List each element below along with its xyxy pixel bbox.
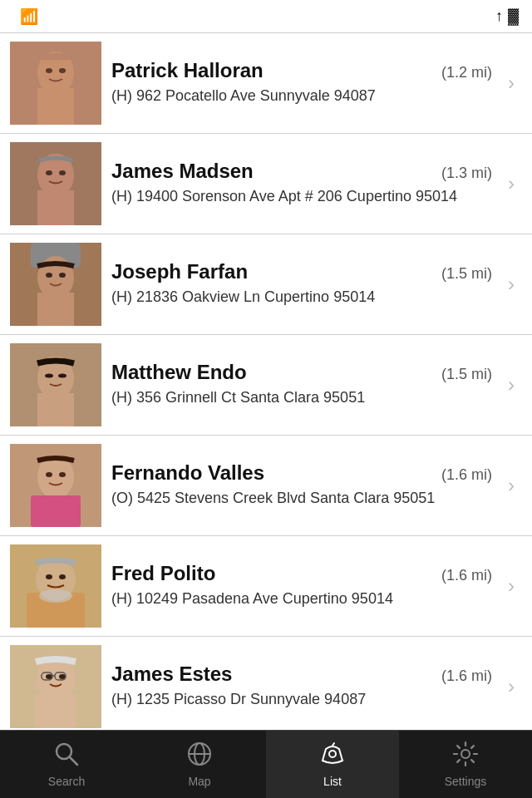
battery-icon: ▓ [508, 7, 519, 25]
chevron-right-icon: › [499, 373, 524, 397]
person-distance: (1.6 mi) [441, 466, 492, 484]
person-address: (H) 19400 Sorenson Ave Apt # 206 Cuperti… [111, 186, 492, 207]
svg-point-18 [59, 273, 66, 278]
person-photo [10, 544, 101, 628]
list-item[interactable]: Joseph Farfan (1.5 mi) (H) 21836 Oakview… [0, 234, 532, 335]
svg-point-17 [46, 273, 52, 278]
tab-settings[interactable]: Settings [399, 731, 532, 798]
svg-point-36 [39, 589, 72, 603]
person-name: Fernando Valles [111, 461, 435, 485]
person-distance: (1.6 mi) [441, 567, 492, 584]
search-icon [53, 741, 80, 771]
person-distance: (1.5 mi) [441, 366, 492, 383]
svg-rect-6 [39, 53, 72, 60]
status-right: ↑ ▓ [495, 7, 519, 25]
list-item[interactable]: James Madsen (1.3 mi) (H) 19400 Sorenson… [0, 134, 532, 234]
person-address: (H) 356 Grinnell Ct Santa Clara 95051 [111, 387, 492, 408]
svg-point-11 [46, 170, 52, 175]
person-distance: (1.2 mi) [441, 64, 492, 81]
person-address: (H) 962 Pocatello Ave Sunnyvale 94087 [111, 86, 492, 106]
svg-point-52 [461, 750, 470, 758]
svg-point-23 [45, 374, 53, 378]
person-info: Patrick Halloran (1.2 mi) (H) 962 Pocate… [111, 59, 499, 106]
chevron-right-icon: › [499, 574, 524, 598]
person-photo [10, 645, 101, 728]
list-item[interactable]: Matthew Endo (1.5 mi) (H) 356 Grinnell C… [0, 335, 532, 436]
person-distance: (1.3 mi) [441, 165, 492, 182]
chevron-right-icon: › [499, 675, 524, 698]
person-photo [10, 243, 101, 326]
svg-point-34 [46, 574, 52, 579]
wifi-icon: 📶 [20, 7, 38, 26]
status-left: 📶 [13, 7, 38, 26]
person-address: (H) 21836 Oakview Ln Cupertino 95014 [111, 287, 492, 308]
svg-line-47 [70, 757, 77, 765]
person-info: Fred Polito (1.6 mi) (H) 10249 Pasadena … [111, 562, 499, 609]
person-info: James Madsen (1.3 mi) (H) 19400 Sorenson… [111, 160, 499, 207]
person-info: Joseph Farfan (1.5 mi) (H) 21836 Oakview… [111, 260, 499, 308]
list-item[interactable]: Fernando Valles (1.6 mi) (O) 5425 Steven… [0, 436, 532, 536]
map-icon [186, 741, 213, 771]
settings-icon [452, 741, 479, 771]
list-item[interactable]: Fred Polito (1.6 mi) (H) 10249 Pasadena … [0, 536, 532, 637]
person-address: (H) 1235 Picasso Dr Sunnyvale 94087 [111, 689, 492, 710]
svg-point-24 [58, 374, 66, 378]
person-address: (H) 10249 Pasadena Ave Cupertino 95014 [111, 589, 492, 609]
svg-point-12 [59, 170, 66, 175]
list-item[interactable]: Patrick Halloran (1.2 mi) (H) 962 Pocate… [0, 33, 532, 134]
svg-rect-22 [37, 393, 74, 426]
person-distance: (1.5 mi) [441, 265, 492, 283]
person-photo [10, 343, 101, 426]
svg-point-35 [59, 574, 66, 579]
map-tab-label: Map [188, 775, 210, 788]
person-address: (O) 5425 Stevens Creek Blvd Santa Clara … [111, 488, 492, 509]
svg-point-51 [329, 751, 336, 757]
svg-point-5 [59, 68, 66, 73]
list-item[interactable]: James Estes (1.6 mi) (H) 1235 Picasso Dr… [0, 637, 532, 737]
tab-map[interactable]: Map [133, 731, 266, 798]
svg-rect-10 [37, 190, 74, 225]
chevron-right-icon: › [499, 71, 524, 95]
settings-tab-label: Settings [445, 775, 487, 788]
svg-rect-40 [35, 695, 76, 728]
location-icon: ↑ [495, 7, 503, 25]
search-tab-label: Search [48, 775, 85, 788]
person-name: James Madsen [111, 160, 435, 183]
svg-point-30 [59, 472, 66, 477]
tab-bar: Search Map List Settings [0, 730, 532, 798]
svg-rect-28 [31, 495, 81, 527]
person-name: Matthew Endo [111, 361, 435, 384]
chevron-right-icon: › [499, 172, 524, 195]
person-name: James Estes [111, 663, 435, 686]
person-photo [10, 444, 101, 527]
person-info: James Estes (1.6 mi) (H) 1235 Picasso Dr… [111, 663, 499, 710]
person-list: Patrick Halloran (1.2 mi) (H) 962 Pocate… [0, 33, 532, 746]
svg-rect-16 [37, 293, 74, 326]
person-distance: (1.6 mi) [441, 667, 492, 685]
tab-search[interactable]: Search [0, 731, 133, 798]
list-icon [319, 741, 346, 771]
chevron-right-icon: › [499, 474, 524, 497]
status-bar: 📶 ↑ ▓ [0, 0, 532, 33]
person-info: Matthew Endo (1.5 mi) (H) 356 Grinnell C… [111, 361, 499, 408]
person-name: Patrick Halloran [111, 59, 435, 82]
person-name: Joseph Farfan [111, 260, 435, 283]
person-photo [10, 142, 101, 225]
list-tab-label: List [323, 775, 342, 788]
person-info: Fernando Valles (1.6 mi) (O) 5425 Steven… [111, 461, 499, 509]
tab-list[interactable]: List [266, 731, 399, 798]
person-name: Fred Polito [111, 562, 435, 585]
chevron-right-icon: › [499, 273, 524, 296]
svg-point-29 [46, 472, 52, 477]
person-photo [10, 42, 101, 125]
svg-point-4 [46, 68, 52, 73]
svg-rect-3 [37, 88, 74, 125]
